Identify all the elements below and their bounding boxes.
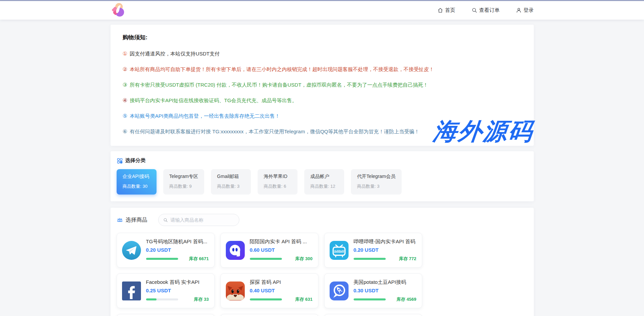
main-nav: 首页 查看订单 登录 [437,7,534,14]
stock-label: 库存 33 [194,296,209,302]
nav-home[interactable]: 首页 [437,7,455,14]
product-card-bilibili-api[interactable]: bilibili 哔哩哔哩-国内实卡API 首码 0.20 USDT 库存 77… [324,233,422,268]
momo-logo [225,241,245,260]
category-card-gmail[interactable]: Gmail邮箱 商品数量: 3 [211,169,251,195]
user-icon [516,7,522,13]
potato-logo [329,281,349,301]
product-search-input[interactable] [170,217,234,223]
product-title: 陌陌国内实卡 API 首码 ... [250,239,313,245]
notice-num-4: ④ [123,97,127,104]
app-header: 首页 查看订单 登录 [0,1,644,20]
category-card-apple-id[interactable]: 海外苹果ID 商品数量: 6 [258,169,297,195]
category-count: 6 [284,184,286,189]
product-search-box [158,214,239,226]
category-count-prefix: 商品数量: [310,184,330,189]
notice-line-5: ⑤ 本站账号类API类商品均包首登，一经出售去除库存绝无二次出售！ [123,113,522,119]
tantan-logo [225,281,245,301]
category-panel: 选择分类 企业API接码 商品数量: 30 Telegram专区 商品数量: 9… [111,151,534,201]
category-name: 成品帐户 [310,174,338,180]
category-name: 代开Telegram会员 [357,174,396,180]
category-count: 12 [330,184,335,189]
product-card-partial[interactable] [220,314,318,316]
category-count-prefix: 商品数量: [264,184,284,189]
product-panel: 选择商品 TG号码地区随机API 首码... [111,208,534,316]
stock-label: 库存 772 [399,256,416,262]
category-count-prefix: 商品数量: [357,184,377,189]
product-title: 哔哩哔哩-国内实卡API 首码 [354,239,416,245]
search-icon [472,7,477,13]
product-section-title: 选择商品 [126,217,147,224]
nav-login-label: 登录 [524,7,534,14]
nav-view-orders[interactable]: 查看订单 [472,7,500,14]
category-card-enterprise-api[interactable]: 企业API接码 商品数量: 30 [117,169,157,195]
product-grid: TG号码地区随机API 首码... 0.20 USDT 库存 6671 [117,233,528,316]
product-price: 0.40 USDT [250,288,313,293]
notice-text-3: 所有卡密只接受USDT虚拟币 (TRC20) 付款，不收人民币！购卡请自备USD… [130,82,428,88]
notice-text-1: 因支付通道风控，本站仅支持USDT支付 [130,51,220,57]
bilibili-wordmark: bilibili [334,249,344,253]
category-count: 3 [377,184,379,189]
category-count: 30 [143,184,147,189]
category-card-telegram[interactable]: Telegram专区 商品数量: 9 [163,169,205,195]
site-logo-icon [111,2,125,17]
stock-progress-bar [250,258,282,260]
notice-line-1: ① 因支付通道风控，本站仅支持USDT支付 [123,51,522,57]
notice-title: 购物须知: [123,33,522,41]
nav-view-orders-label: 查看订单 [479,7,500,14]
facebook-logo [122,281,141,301]
notice-text-6: 有任何问题请及时联系客服进行对接 TG:xxxxxxxxx，本工作室只使用Tel… [130,129,420,135]
notice-line-2: ② 本站所有商品均可自助下单提货！所有卡密下单后，请在三小时内之内核销完成！超时… [123,66,522,72]
category-section-title: 选择分类 [125,157,146,164]
product-title: 探探 首码 API [250,279,313,286]
notice-num-1: ① [123,51,127,57]
nav-login[interactable]: 登录 [516,7,534,14]
category-name: 海外苹果ID [264,174,291,180]
product-title: TG号码地区随机API 首码... [146,239,209,245]
category-count-prefix: 商品数量: [169,184,189,189]
product-card-facebook-api[interactable]: Facebook 首码 实卡API 0.25 USDT 库存 33 [117,273,215,308]
site-logo[interactable] [111,2,125,19]
stock-progress-bar [146,298,178,300]
stock-label: 库存 631 [295,296,312,302]
category-card-finished-accounts[interactable]: 成品帐户 商品数量: 12 [304,169,344,195]
notice-line-6: ⑥ 有任何问题请及时联系客服进行对接 TG:xxxxxxxxx，本工作室只使用T… [123,129,522,135]
nav-home-label: 首页 [445,7,455,14]
notice-num-2: ② [123,66,127,72]
stock-progress-bar [146,258,178,260]
stock-progress-bar [354,258,386,260]
notice-text-4: 接码平台内实卡API短信在线接收验证码、TG会员充代充、成品号等出售。 [130,97,297,104]
category-count-prefix: 商品数量: [217,184,237,189]
stock-label: 库存 6671 [189,256,209,262]
product-card-tantan-api[interactable]: 探探 首码 API 0.40 USDT 库存 631 [220,273,318,308]
category-name: Gmail邮箱 [217,174,245,180]
product-card-partial[interactable] [117,314,215,316]
product-card-potato-api[interactable]: 美国potato土豆API接码 0.30 USDT 库存 4569 [324,273,422,308]
notice-num-3: ③ [123,82,127,88]
product-title: 美国potato土豆API接码 [354,279,416,286]
telegram-logo [122,241,141,260]
notice-text-5: 本站账号类API类商品均包首登，一经出售去除库存绝无二次出售！ [130,113,280,119]
category-card-telegram-premium[interactable]: 代开Telegram会员 商品数量: 3 [351,169,402,195]
stock-label: 库存 300 [295,256,312,262]
product-price: 0.60 USDT [250,247,313,253]
product-price: 0.20 USDT [146,247,209,253]
category-count-prefix: 商品数量: [123,184,143,189]
product-card-tg-api[interactable]: TG号码地区随机API 首码... 0.20 USDT 库存 6671 [117,233,215,268]
stock-progress-bar [354,298,386,300]
product-card-partial[interactable] [324,314,422,316]
category-name: 企业API接码 [123,174,150,180]
category-count: 3 [237,184,239,189]
stock-label: 库存 4569 [397,296,416,302]
shopping-notice-panel: 购物须知: ① 因支付通道风控，本站仅支持USDT支付 ② 本站所有商品均可自助… [111,25,534,146]
category-name: Telegram专区 [169,174,198,180]
product-title: Facebook 首码 实卡API [146,279,209,286]
category-count: 9 [189,184,192,189]
notice-num-5: ⑤ [123,113,127,119]
grid-icon [117,158,123,164]
product-card-momo-api[interactable]: 陌陌国内实卡 API 首码 ... 0.60 USDT 库存 300 [220,233,318,268]
product-price: 0.30 USDT [354,288,416,293]
product-price: 0.25 USDT [146,288,209,293]
notice-line-3: ③ 所有卡密只接受USDT虚拟币 (TRC20) 付款，不收人民币！购卡请自备U… [123,82,522,88]
notice-num-6: ⑥ [123,129,127,135]
notice-line-4: ④ 接码平台内实卡API短信在线接收验证码、TG会员充代充、成品号等出售。 [123,97,522,104]
